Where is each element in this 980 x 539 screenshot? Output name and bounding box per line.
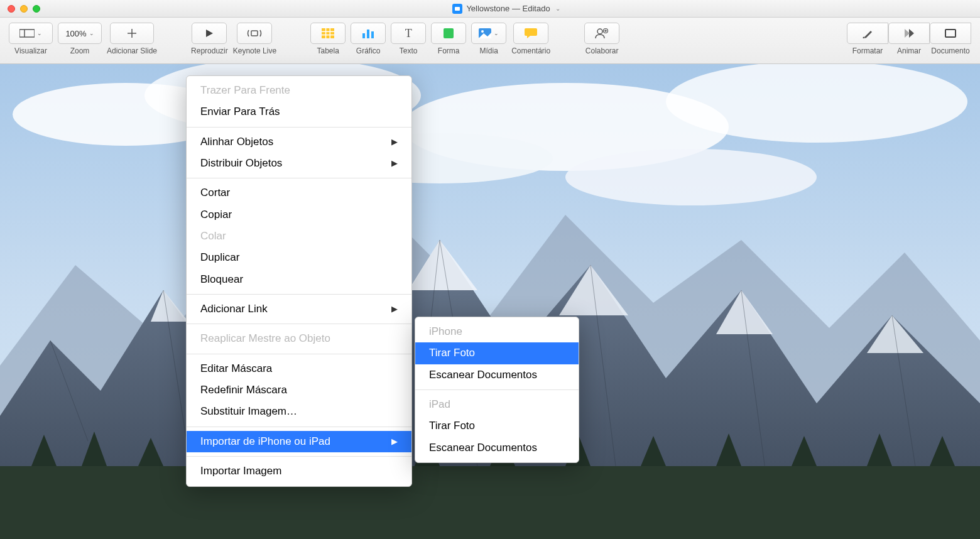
menu-replace-image[interactable]: Substituir Imagem… [187,401,411,422]
media-icon [479,28,491,38]
menu-duplicate[interactable]: Duplicar [187,247,411,268]
tb-chart: Gráfico [351,23,386,55]
submenu-take-photo-ipad[interactable]: Tirar Foto [415,415,579,437]
menu-edit-mask[interactable]: Editar Máscara [187,358,411,379]
submenu-arrow-icon: ▶ [391,136,398,148]
zoom-button[interactable]: 100% ⌄ [58,23,102,44]
svg-rect-0 [19,30,35,37]
text-label: Texto [400,46,418,55]
document-label: Documento [931,46,969,55]
menu-import-image[interactable]: Importar Imagem [187,460,411,482]
svg-marker-19 [527,36,530,38]
slide-canvas[interactable] [0,64,980,539]
tb-format: Formatar [847,23,888,55]
view-label: Visualizar [14,46,47,55]
close-window-button[interactable] [8,5,15,13]
add-slide-button[interactable] [110,23,154,44]
play-label: Reproduzir [191,46,228,55]
text-icon: T [405,27,412,40]
context-menu: Trazer Para Frente Enviar Para Trás Alin… [186,75,412,487]
svg-rect-52 [0,466,980,539]
titlebar-center[interactable]: Yellowstone — Editado ⌄ [40,4,972,14]
svg-rect-5 [251,31,258,36]
menu-send-backward[interactable]: Enviar Para Trás [187,101,411,122]
shape-label: Forma [438,46,460,55]
format-label: Formatar [852,46,883,55]
titlebar: Yellowstone — Editado ⌄ [0,0,980,18]
menu-separator [187,127,411,128]
menu-reapply-master: Reaplicar Mestre ao Objeto [187,328,411,349]
keynote-app-icon [452,4,462,14]
window-traffic-lights [8,5,40,13]
svg-rect-28 [945,30,956,37]
zoom-window-button[interactable] [33,5,40,13]
tb-collaborate: Colaborar [584,23,619,55]
menu-separator [187,178,411,178]
menu-separator [187,354,411,354]
tb-shape: Forma [431,23,466,55]
submenu-take-photo-iphone[interactable]: Tirar Foto [415,342,579,364]
menu-cut[interactable]: Cortar [187,182,411,204]
collaborate-icon [595,28,609,39]
menu-separator [187,427,411,427]
tb-media: ⌄ Mídia [471,23,506,55]
keynote-live-button[interactable] [237,23,272,44]
svg-point-25 [863,37,865,39]
table-icon [322,28,334,38]
media-button[interactable]: ⌄ [471,23,506,44]
submenu-scan-docs-ipad[interactable]: Escanear Documentos [415,437,579,459]
collaborate-button[interactable] [584,23,619,44]
animate-button[interactable] [888,23,930,44]
svg-point-35 [565,149,817,205]
menu-separator [187,456,411,457]
menu-reset-mask[interactable]: Redefinir Máscara [187,379,411,401]
tb-comment: Comentário [511,23,550,55]
svg-rect-14 [444,28,454,38]
animate-label: Animar [897,46,921,55]
chart-button[interactable] [351,23,386,44]
format-button[interactable] [847,23,888,44]
chevron-down-icon: ⌄ [37,30,42,36]
comment-icon [525,28,537,38]
submenu-arrow-icon: ▶ [391,303,398,315]
menu-align-objects[interactable]: Alinhar Objetos▶ [187,131,411,153]
menu-copy[interactable]: Copiar [187,204,411,226]
collaborate-label: Colaborar [585,46,619,55]
menu-separator [187,324,411,324]
chart-label: Gráfico [356,46,381,55]
menu-add-link[interactable]: Adicionar Link▶ [187,298,411,320]
table-label: Tabela [317,46,339,55]
import-submenu: iPhone Tirar Foto Escanear Documentos iP… [415,317,579,463]
chevron-down-icon: ⌄ [494,30,499,36]
submenu-scan-docs-iphone[interactable]: Escanear Documentos [415,364,579,386]
menu-import-iphone-ipad[interactable]: Importar de iPhone ou iPad▶ [187,431,411,452]
submenu-header-iphone: iPhone [415,321,579,342]
menu-distribute-objects[interactable]: Distribuir Objetos▶ [187,153,411,174]
zoom-label: Zoom [70,46,90,55]
tb-document: Documento [930,23,971,55]
comment-button[interactable] [513,23,548,44]
view-button[interactable]: ⌄ [9,23,53,44]
table-button[interactable] [310,23,346,44]
minimize-window-button[interactable] [20,5,28,13]
toolbar: ⌄ Visualizar 100% ⌄ Zoom Adicionar Slide… [0,18,980,64]
chart-icon [362,28,374,38]
svg-marker-4 [206,30,213,37]
play-icon [205,29,214,38]
svg-rect-18 [525,28,537,36]
add-slide-label: Adicionar Slide [107,46,157,55]
tb-keynote-live: Keynote Live [233,23,276,55]
chevron-down-icon: ⌄ [89,30,94,36]
text-button[interactable]: T [391,23,426,44]
tb-view: ⌄ Visualizar [9,23,53,55]
menu-paste: Colar [187,226,411,247]
svg-point-16 [481,30,484,33]
document-button[interactable] [930,23,971,44]
menu-lock[interactable]: Bloquear [187,269,411,290]
svg-rect-13 [371,31,374,38]
play-button[interactable] [192,23,227,44]
submenu-arrow-icon: ▶ [391,435,398,448]
format-icon [862,28,873,38]
svg-point-33 [666,64,967,143]
shape-button[interactable] [431,23,466,44]
